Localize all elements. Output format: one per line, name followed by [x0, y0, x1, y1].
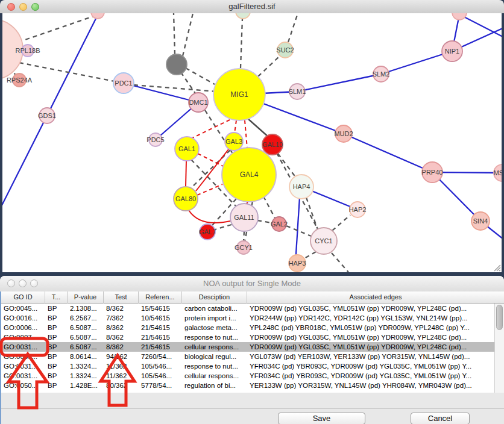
cell-description: cellular respons... [182, 371, 247, 381]
node-GAL1[interactable] [175, 137, 199, 161]
cell-assoc: YGL073W (pd) YER103W, YER133W (pp) YOR31… [247, 352, 496, 361]
column-header-t[interactable]: T... [45, 292, 68, 304]
node-GAL4[interactable] [222, 148, 276, 202]
noa-output-window: NOA output for Single Mode GO IDT...P-va… [0, 276, 504, 424]
node-PDC5[interactable] [149, 133, 162, 146]
edge-pd [183, 13, 193, 56]
node-GAL3[interactable] [225, 132, 243, 151]
node-SIN4[interactable] [471, 212, 490, 230]
column-header-referen[interactable]: Referen... [139, 292, 182, 304]
node-GAL11[interactable] [230, 204, 258, 231]
cell-description: response to nut... [182, 361, 247, 371]
cell-assoc: YDR244W (pp) YDR142C, YDR142C (pp) YGL15… [247, 313, 496, 323]
node-unlabeled[interactable] [452, 13, 467, 20]
node-MUD2[interactable] [335, 125, 352, 142]
table-body: GO:0045...BP2.1308...8/36215/54615carbon… [1, 304, 496, 390]
cell-reference: 105/546... [139, 371, 182, 381]
column-header-desciption[interactable]: Desciption [182, 292, 247, 304]
cell-test: 11/362 [104, 361, 139, 371]
edge-pd [134, 85, 217, 92]
table-row[interactable]: GO:0007...BP6.5087...8/36221/54615respon… [1, 332, 496, 342]
node-GAL7[interactable] [200, 224, 215, 240]
cell-description: response to nut... [182, 332, 247, 342]
cell-p-value: 1.3324... [68, 371, 104, 381]
node-HAP3[interactable] [289, 255, 306, 272]
edge-pp [297, 74, 381, 92]
noa-titlebar[interactable]: NOA output for Single Mode [0, 276, 504, 292]
edge-pd [332, 215, 350, 231]
node-DMC1[interactable] [189, 93, 208, 112]
node-NIP1[interactable] [442, 41, 462, 61]
cell-test: 80/362 [104, 381, 139, 390]
node-HAP4[interactable] [289, 175, 313, 199]
edge-pp [124, 83, 198, 102]
cancel-button[interactable]: Cancel [411, 413, 470, 424]
cell-go-id: GO:0031... [1, 342, 45, 352]
node-GDS1[interactable] [39, 108, 55, 123]
cell-description: biological regul... [182, 352, 247, 361]
table-row[interactable]: GO:0016...BP6.2567...7/36210/54615protei… [1, 313, 496, 323]
node-SUC2[interactable] [277, 42, 293, 58]
node-GAL80[interactable] [174, 187, 198, 211]
edge-pd [332, 253, 348, 272]
cell-test: 8/362 [104, 304, 139, 313]
window-title: galFiltered.sif [0, 2, 504, 11]
node-MIG1[interactable] [213, 69, 265, 120]
window-title: NOA output for Single Mode [0, 279, 504, 288]
table-row[interactable]: GO:0031...BP1.3324...11/362105/546...res… [1, 361, 496, 371]
node-RPS24A[interactable] [13, 73, 26, 87]
node-GAL10[interactable] [262, 134, 283, 155]
node-SLM2[interactable] [373, 66, 389, 82]
node-RPL18B[interactable] [22, 45, 34, 57]
nodes-layer: RPL18BRPS24AGDS1PDC1DMC1MIG1PDC5GAL1GAL3… [2, 13, 502, 272]
cell-description: galactose meta... [182, 323, 247, 332]
cell-p-value: 1.3324... [68, 361, 104, 371]
node-GCY1[interactable] [237, 241, 250, 254]
cell-p-value: 1.428E... [68, 381, 104, 390]
cell-assoc: YFR034C (pd) YBR093C, YDR009W (pd) YGL03… [247, 371, 496, 381]
table-row[interactable]: GO:0006...BP6.5087...8/36221/54615galact… [1, 323, 496, 332]
edge-pd [215, 225, 232, 229]
column-header-p-value[interactable]: P-value [68, 292, 104, 304]
cell-reference: 7260/54... [139, 352, 182, 361]
column-header-test[interactable]: Test [104, 292, 139, 304]
node-unlabeled[interactable] [91, 13, 104, 19]
table-row[interactable]: GO:0045...BP2.1308...8/36215/54615carbon… [1, 304, 496, 313]
table-row[interactable]: GO:0031...BP6.5087...8/36221/54615cellul… [1, 342, 496, 352]
node-unlabeled[interactable] [166, 54, 187, 75]
cell-test: 8/362 [104, 332, 139, 342]
column-header-go-id[interactable]: GO ID [1, 292, 45, 304]
scrollbar-thumb[interactable] [496, 305, 503, 330]
column-header-associated-edges[interactable]: Associated edges [247, 292, 504, 304]
edge-pd [181, 72, 197, 95]
node-CYC1[interactable] [310, 228, 337, 254]
edge-pd [304, 252, 316, 258]
node-PRP40[interactable] [422, 162, 443, 182]
cell-go-id: GO:0007... [1, 332, 45, 342]
node-unlabeled[interactable] [2, 19, 23, 80]
network-canvas[interactable]: RPL18BRPS24AGDS1PDC1DMC1MIG1PDC5GAL1GAL3… [0, 13, 504, 274]
cell-assoc: YFR034C (pd) YBR093C, YDR009W (pd) YGL03… [247, 361, 496, 371]
node-GAL2[interactable] [272, 217, 286, 231]
node-unlabeled[interactable] [236, 13, 250, 19]
edge-pd [19, 63, 115, 81]
cell-p-value: 6.5087... [68, 342, 104, 352]
vertical-scrollbar[interactable] [494, 304, 504, 393]
network-window: galFiltered.sif RPL18BRPS24AGDS1PDC1DMC1… [0, 0, 504, 274]
node-HAP2[interactable] [350, 202, 365, 217]
edge-pd [258, 57, 279, 76]
cell-test: 7/362 [104, 313, 139, 323]
save-button[interactable]: Save [278, 413, 365, 424]
node-PDC1[interactable] [113, 73, 134, 93]
node-SLM1[interactable] [289, 84, 305, 99]
edge-redd [235, 120, 236, 133]
table-row[interactable]: GO:0065...BP8.0614...94/3627260/54...bio… [1, 352, 496, 361]
table-row[interactable]: GO:0031...BP1.3324...11/362105/546...cel… [1, 371, 496, 381]
cell-assoc: YDR009W (pd) YGL035C, YML051W (pp) YDR00… [247, 304, 496, 313]
table-row[interactable]: GO:0050...BP1.428E...80/3625778/54...reg… [1, 381, 496, 390]
resize-grip[interactable] [494, 265, 500, 271]
edges-layer [2, 13, 502, 272]
cell-test: 8/362 [104, 323, 139, 332]
network-titlebar[interactable]: galFiltered.sif [0, 0, 504, 14]
node-MSL1[interactable] [494, 164, 502, 181]
